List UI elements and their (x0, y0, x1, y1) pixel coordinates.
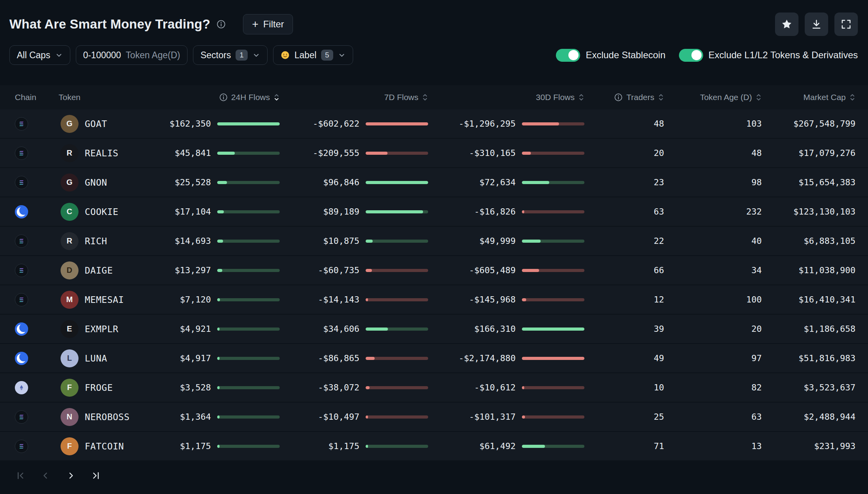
flow-value: $96,846 (285, 177, 359, 187)
table-row[interactable]: GGNON$25,528$96,846$72,6342398$15,654,38… (0, 168, 868, 197)
fullscreen-button[interactable] (834, 13, 858, 36)
table-row[interactable]: MMEMESAI$7,120-$14,143-$145,96812100$16,… (0, 285, 868, 315)
traders-cell: 10 (590, 383, 664, 392)
f7-flow-cell: -$10,497 (285, 412, 434, 422)
token-cell[interactable]: MMEMESAI (43, 291, 141, 309)
pagination-first-button[interactable] (14, 469, 27, 482)
download-button[interactable] (805, 13, 828, 36)
label-count-badge: 5 (321, 50, 333, 61)
flow-value: $162,350 (141, 119, 211, 129)
solana-chain-icon (15, 176, 28, 189)
market-cap-cell: $11,038,900 (762, 265, 855, 275)
market-cap-cell: $17,079,276 (762, 148, 855, 158)
f7-flow-cell: $10,875 (285, 236, 434, 246)
token-cell[interactable]: NNEROBOSS (43, 408, 141, 426)
traders-cell: 25 (590, 412, 664, 422)
exclude-l1l2-toggle[interactable]: Exclude L1/L2 Tokens & Derivatives (679, 49, 858, 62)
f30-flow-cell: $166,310 (434, 324, 590, 334)
table-row[interactable]: FFROGE$3,528-$38,072-$10,6121082$3,523,6… (0, 373, 868, 403)
token-ticker: EXMPLR (85, 324, 118, 334)
column-header-market-cap[interactable]: Market Cap (762, 93, 855, 102)
flow-value: -$209,555 (285, 148, 359, 158)
pagination-next-button[interactable] (64, 469, 77, 482)
table-row[interactable]: RRICH$14,693$10,875$49,9992240$6,883,105 (0, 227, 868, 256)
flow-bar (522, 240, 584, 243)
sort-icon (273, 93, 280, 102)
column-header-30d-flows[interactable]: 30D Flows (434, 93, 590, 102)
token-cell[interactable]: LLUNA (43, 349, 141, 367)
token-avatar: G (61, 115, 79, 133)
column-header-7d-flows[interactable]: 7D Flows (285, 93, 434, 102)
flow-value: $1,175 (141, 441, 211, 451)
flow-value: -$60,735 (285, 265, 359, 275)
table-row[interactable]: NNEROBOSS$1,364-$10,497-$101,3172563$2,4… (0, 403, 868, 432)
token-cell[interactable]: EEXMPLR (43, 320, 141, 338)
market-cap-filter[interactable]: All Caps (9, 45, 70, 65)
token-ticker: GNON (85, 177, 107, 188)
flow-bar (522, 357, 584, 360)
table-header: Chain Token 24H Flows 7D Flows 30D Flows… (0, 85, 868, 109)
favorite-button[interactable] (775, 13, 798, 36)
token-ticker: NEROBOSS (85, 412, 130, 422)
table-row[interactable]: RREALIS$45,841-$209,555-$310,1652048$17,… (0, 139, 868, 168)
traders-cell: 12 (590, 295, 664, 304)
pagination-last-button[interactable] (89, 469, 102, 482)
fullscreen-icon (840, 18, 852, 30)
token-cell[interactable]: CCOOKIE (43, 203, 141, 221)
label-filter[interactable]: Label 5 (273, 45, 353, 65)
table-row[interactable]: CCOOKIE$17,104$89,189-$16,82663232$123,1… (0, 197, 868, 227)
column-header-token-age[interactable]: Token Age (D) (664, 93, 762, 102)
title-info-icon[interactable] (216, 20, 226, 29)
solana-chain-icon (15, 410, 28, 424)
flow-value: $10,875 (285, 236, 359, 246)
market-cap-cell: $267,548,799 (762, 119, 855, 129)
solana-chain-icon (15, 293, 28, 306)
flow-value: -$145,968 (434, 295, 516, 304)
token-cell[interactable]: FFATCOIN (43, 437, 141, 455)
column-header-traders[interactable]: Traders (590, 93, 664, 102)
token-cell[interactable]: RRICH (43, 232, 141, 250)
token-ticker: GOAT (85, 119, 107, 129)
f7-flow-cell: -$14,143 (285, 295, 434, 304)
token-cell[interactable]: GGOAT (43, 115, 141, 133)
flow-value: -$605,489 (434, 265, 516, 275)
solana-chain-icon (15, 147, 28, 160)
table-row[interactable]: DDAIGE$13,297-$60,735-$605,4896634$11,03… (0, 256, 868, 285)
flow-bar (366, 386, 428, 389)
ethereum-chain-icon (15, 381, 28, 394)
f24-flow-cell: $3,528 (141, 383, 285, 392)
flow-value: -$1,296,295 (434, 119, 516, 129)
flow-bar (522, 298, 584, 301)
table-row[interactable]: FFATCOIN$1,175$1,175$61,4927113$231,993 (0, 432, 868, 461)
token-age-placeholder: Token Age(D) (126, 50, 180, 61)
sectors-filter[interactable]: Sectors 1 (193, 45, 268, 65)
flow-bar (217, 328, 280, 331)
token-avatar: E (61, 320, 79, 338)
pagination-previous-button[interactable] (39, 469, 52, 482)
toggle-switch-on (556, 49, 580, 62)
filters-row: All Caps 0-100000 Token Age(D) Sectors 1… (0, 36, 868, 65)
f7-flow-cell: -$209,555 (285, 148, 434, 158)
token-age-filter-input[interactable]: 0-100000 Token Age(D) (76, 45, 188, 65)
exclude-stablecoin-toggle[interactable]: Exclude Stablecoin (556, 49, 665, 62)
token-age-cell: 232 (664, 207, 762, 217)
f24-flow-cell: $1,175 (141, 441, 285, 451)
add-filter-button[interactable]: + Filter (243, 14, 293, 34)
flow-bar (217, 240, 280, 243)
column-header-24h-flows[interactable]: 24H Flows (141, 93, 285, 102)
f30-flow-cell: -$310,165 (434, 148, 590, 158)
flow-value: $4,917 (141, 353, 211, 363)
token-cell[interactable]: GGNON (43, 174, 141, 192)
table-row[interactable]: LLUNA$4,917-$86,865-$2,174,8804997$51,81… (0, 344, 868, 373)
table-row[interactable]: GGOAT$162,350-$602,622-$1,296,29548103$2… (0, 109, 868, 139)
token-cell[interactable]: DDAIGE (43, 261, 141, 279)
table-row[interactable]: EEXMPLR$4,921$34,606$166,3103920$1,186,6… (0, 315, 868, 344)
f7-flow-cell: -$86,865 (285, 353, 434, 363)
token-cell[interactable]: FFROGE (43, 379, 141, 397)
market-cap-cell: $51,816,983 (762, 353, 855, 363)
traders-cell: 66 (590, 265, 664, 275)
flow-value: -$10,612 (434, 383, 516, 392)
flow-value: -$2,174,880 (434, 353, 516, 363)
token-cell[interactable]: RREALIS (43, 144, 141, 162)
flow-value: $1,175 (285, 441, 359, 451)
